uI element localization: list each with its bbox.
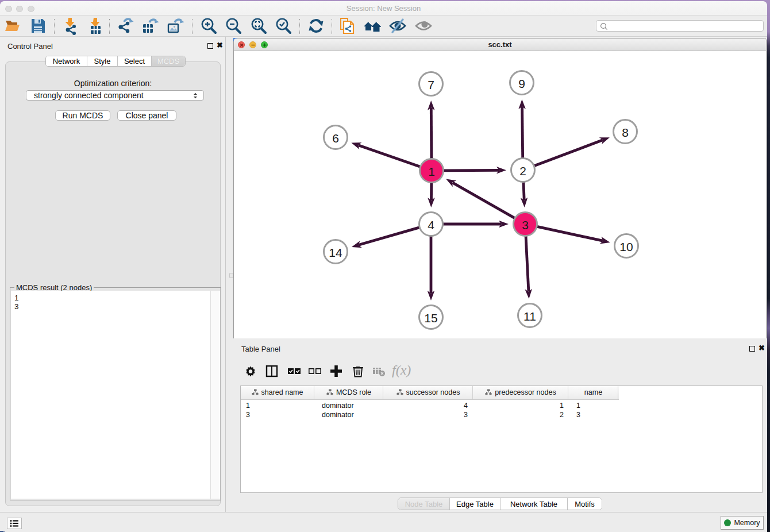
svg-text:4: 4 — [428, 218, 434, 232]
svg-text:11: 11 — [523, 310, 536, 323]
svg-text:6: 6 — [332, 132, 339, 145]
svg-text:9: 9 — [518, 77, 525, 90]
svg-text:15: 15 — [424, 311, 437, 325]
svg-text:14: 14 — [329, 246, 342, 259]
svg-text:10: 10 — [619, 240, 633, 253]
svg-text:1: 1 — [428, 165, 435, 178]
svg-text:2: 2 — [519, 164, 526, 178]
svg-text:7: 7 — [428, 78, 434, 91]
svg-text:8: 8 — [622, 126, 629, 139]
svg-text:3: 3 — [522, 218, 529, 232]
